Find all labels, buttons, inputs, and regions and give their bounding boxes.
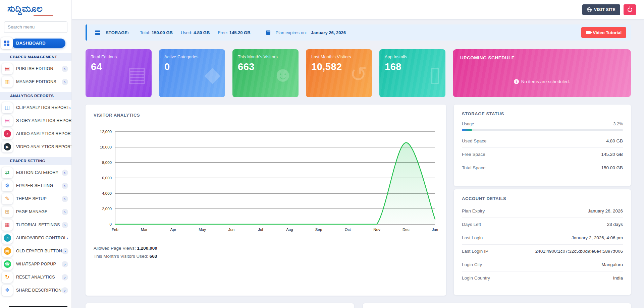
reset-lock-icon: ↻ (2, 272, 13, 283)
storage-metric-label: Free: (218, 30, 228, 35)
account-details-panel: ACCOUNT DETAILS Plan ExpiryJanuary 26, 2… (454, 189, 631, 295)
chevron-right-icon: › (62, 274, 68, 281)
chevron-right-icon: › (62, 79, 68, 85)
sidebar-item-label: THEME SETUP (16, 196, 62, 201)
video-tutorial-button[interactable]: Video Tutorial (581, 27, 626, 38)
chevron-right-icon: › (62, 222, 68, 228)
row-label: Total Space (462, 165, 486, 170)
row-value: 145.20 GB (601, 152, 623, 157)
mobile-phone-icon: ▯ (429, 64, 441, 85)
sidebar-item-clip-analytics-report[interactable]: ◫CLIP ANALYTICS REPORT› (0, 101, 71, 114)
newspaper-icon: ▤ (2, 63, 13, 74)
info-icon: i (514, 79, 519, 84)
svg-text:Jun: Jun (228, 228, 235, 232)
sidebar-item-label: AUDIO ANALYTICS REPORT (16, 131, 72, 136)
sidebar-item-tutorial-settings[interactable]: ▦TUTORIAL SETTINGS› (0, 219, 71, 232)
tutorial-screen-icon: ▦ (2, 220, 13, 231)
clip-analytics-icon: ◫ (2, 102, 13, 113)
storage-status-title: STORAGE STATUS (462, 111, 623, 116)
stat-card-title: Last Month's Visitors (311, 55, 367, 59)
svg-text:2,000: 2,000 (102, 207, 112, 211)
upcoming-schedule-card: UPCOMING SCHEDULE i No items are schedul… (453, 49, 631, 97)
sidebar: ಸುದ್ದಿಮೂಲ DASHBOARD EPAPER MANAGEMENT▤PU… (0, 0, 72, 308)
sidebar-item-epaper-setting[interactable]: ⚙EPAPER SETTING› (0, 179, 71, 192)
storage-metric-label: Total: (140, 30, 150, 35)
sidebar-item-audio-analytics-report[interactable]: ♪AUDIO ANALYTICS REPORT (0, 127, 71, 140)
sidebar-item-story-analytics-report[interactable]: ▤STORY ANALYTICS REPORT (0, 114, 71, 127)
audio-video-icon: ♫ (2, 233, 13, 244)
section-title-epaper-management: EPAPER MANAGEMENT (0, 53, 71, 61)
sidebar-item-share-description[interactable]: ❖SHARE DESCRIPTION› (0, 284, 71, 297)
sidebar-item-label: EDITION CATEGORY (16, 170, 62, 175)
storage-info-bar: STORAGE: Total:150.00 GBUsed:4.80 GBFree… (86, 24, 631, 41)
sidebar-item-reset-analytics[interactable]: ↻RESET ANALYTICS› (0, 271, 71, 284)
sidebar-item-edition-category[interactable]: ⇄EDITION CATEGORY› (0, 166, 71, 179)
logout-power-button[interactable] (624, 4, 636, 15)
history-clock-icon: ↺ (350, 64, 367, 85)
stats-row: Total Editions64▤Active Categories0◆This… (86, 49, 631, 97)
sidebar-item-label: RESET ANALYTICS (16, 275, 62, 280)
calendar-icon (266, 30, 270, 35)
svg-text:12,000: 12,000 (100, 130, 112, 134)
stat-card-title: This Month's Visitors (238, 55, 293, 59)
row-value: 150.00 GB (601, 165, 623, 170)
usage-label: Usage (462, 122, 474, 126)
sidebar-item-video-analytics-report[interactable]: ▶VIDEO ANALYTICS REPORT (0, 140, 71, 153)
story-analytics-icon: ▤ (2, 115, 13, 126)
chevron-right-icon: › (67, 236, 68, 241)
allowed-page-views: Allowed Page Views: 1,200,000 (94, 246, 438, 251)
visitor-analytics-title: VISITOR ANALYTICS (94, 113, 438, 118)
account-details-title: ACCOUNT DETAILS (462, 196, 623, 201)
section-title-analytics-reports: ANALYTICS REPORTS (0, 92, 71, 100)
row-label: Days Left (462, 222, 481, 227)
sidebar-item-label: EPAPER SETTING (16, 183, 62, 188)
stat-card-active-categories[interactable]: Active Categories0◆ (159, 49, 225, 97)
svg-text:Feb: Feb (112, 228, 118, 232)
sidebar-item-whatsapp-popup[interactable]: ☎WHATSAPP POPUP› (0, 258, 71, 271)
sidebar-item-label: PAGE MANAGE (16, 209, 62, 214)
sidebar-item-page-manage[interactable]: ⊞PAGE MANAGE› (0, 205, 71, 219)
visit-site-button[interactable]: VISIT SITE (582, 4, 620, 15)
schedule-empty-message: No items are scheduled. (521, 79, 570, 84)
bottom-left-card (86, 303, 354, 308)
sidebar-item-label: TUTORIAL SETTINGS (16, 223, 62, 227)
svg-text:0: 0 (110, 222, 112, 226)
account-row-last-login: Last LoginJanuary 2, 2026, 4:06 pm (462, 231, 623, 244)
chevron-right-icon: › (62, 196, 68, 202)
svg-text:Apr: Apr (170, 228, 176, 232)
chevron-right-icon: › (62, 261, 68, 267)
video-tutorial-label: Video Tutorial (593, 30, 622, 35)
brand-tagline-mark (34, 15, 53, 16)
row-label: Login Country (462, 275, 490, 281)
sidebar-item-dashboard[interactable]: DASHBOARD (11, 39, 65, 48)
share-network-icon: ❖ (2, 285, 13, 296)
people-icon: ☻ (272, 64, 294, 85)
storage-bar-title: STORAGE: (106, 30, 129, 35)
row-label: Last Login (462, 235, 483, 240)
visitor-analytics-chart: 02,0004,0006,0008,00010,00012,000FebMarA… (94, 124, 438, 237)
brand-logo-text: ಸುದ್ದಿಮೂಲ (7, 4, 71, 14)
stat-card-last-month-s-visitors[interactable]: Last Month's Visitors10,582↺ (306, 49, 372, 97)
sidebar-item-manage-editions[interactable]: ▥MANAGE EDITIONS› (0, 75, 71, 88)
sidebar-item-publish-edition[interactable]: ▤PUBLISH EDITION› (0, 62, 71, 75)
row-label: Used Space (462, 138, 487, 143)
svg-text:Oct: Oct (345, 228, 351, 232)
search-input[interactable] (4, 21, 67, 33)
stat-card-title: App Installs (385, 55, 440, 59)
account-row-last-login-ip: Last Login IP2401:4900:1c07:32c5:b0d9:e6… (462, 244, 623, 258)
storage-metric-value: 150.00 GB (152, 30, 173, 35)
sidebar-item-audio-video-control[interactable]: ♫AUDIO/VIDEO CONTROL› (0, 232, 71, 245)
globe-icon (587, 7, 592, 12)
svg-text:May: May (199, 228, 206, 232)
sidebar-item-old-epaper-button[interactable]: ▤OLD EPAPER BUTTON› (0, 245, 71, 258)
chevron-right-icon: › (69, 105, 70, 110)
stat-card-title: Total Editions (91, 55, 146, 59)
sidebar-item-theme-setup[interactable]: ✎THEME SETUP› (0, 192, 71, 205)
stat-card-app-installs[interactable]: App Installs168▯ (379, 49, 445, 97)
stat-card-total-editions[interactable]: Total Editions64▤ (86, 49, 152, 97)
svg-text:Mar: Mar (141, 228, 148, 232)
brand-logo[interactable]: ಸುದ್ದಿಮೂಲ (0, 0, 71, 18)
svg-text:Sep: Sep (315, 228, 322, 232)
stat-card-this-month-s-visitors[interactable]: This Month's Visitors663☻ (232, 49, 299, 97)
stat-card-title: Active Categories (164, 55, 220, 59)
